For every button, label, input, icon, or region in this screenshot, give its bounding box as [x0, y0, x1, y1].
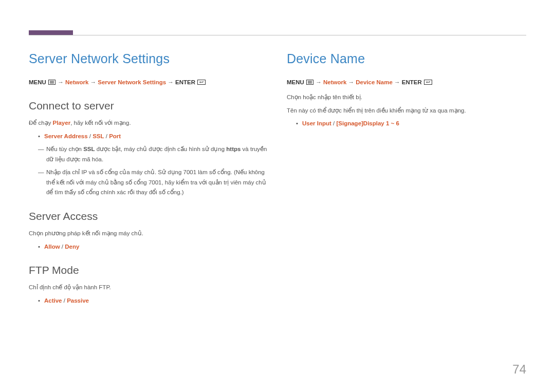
subheading-connect: Connect to server	[29, 100, 268, 112]
connect-options: Server Address / SSL / Port	[29, 132, 268, 142]
device-options: User Input / [Signage]Display 1 ~ 6	[287, 119, 526, 129]
menu-icon	[306, 78, 313, 87]
document-page: Server Network Settings MENU → Network →…	[0, 0, 555, 392]
device-line2: Tên này có thể được hiển thị trên điều k…	[287, 106, 526, 116]
left-column: Server Network Settings MENU → Network →…	[29, 51, 268, 309]
menu-icon	[48, 78, 55, 87]
enter-icon	[424, 78, 432, 87]
ftp-options: Active / Passive	[29, 296, 268, 306]
page-number: 74	[512, 362, 526, 377]
path-enter: ENTER	[402, 79, 422, 85]
top-rule	[29, 35, 526, 35]
subheading-access: Server Access	[29, 210, 268, 222]
connect-line1: Để chạy Player, hãy kết nối với mạng.	[29, 118, 268, 128]
path-enter: ENTER	[175, 79, 195, 85]
list-item: Allow / Deny	[38, 242, 268, 252]
subheading-ftp: FTP Mode	[29, 264, 268, 276]
list-item: Active / Passive	[38, 296, 268, 306]
content-columns: Server Network Settings MENU → Network →…	[29, 51, 526, 309]
section-title-device-name: Device Name	[287, 51, 526, 66]
list-item: Nhập địa chỉ IP và số cổng của máy chủ. …	[38, 167, 268, 198]
list-item: Nếu tùy chọn SSL được bật, máy chủ được …	[38, 144, 268, 164]
path-network: Network	[323, 79, 346, 85]
path-current: Server Network Settings	[98, 79, 166, 85]
menu-path-server: MENU → Network → Server Network Settings…	[29, 78, 268, 87]
list-item: User Input / [Signage]Display 1 ~ 6	[296, 119, 526, 129]
menu-path-device: MENU → Network → Device Name → ENTER	[287, 78, 526, 87]
path-menu: MENU	[287, 79, 304, 85]
access-line1: Chọn phương pháp kết nối mạng máy chủ.	[29, 229, 268, 239]
section-title-server-settings: Server Network Settings	[29, 51, 268, 66]
list-item: Server Address / SSL / Port	[38, 132, 268, 142]
chapter-marker	[29, 30, 73, 35]
device-line1: Chọn hoặc nhập tên thiết bị.	[287, 92, 526, 103]
path-network: Network	[65, 79, 88, 85]
right-column: Device Name MENU → Network → Device Name…	[287, 51, 526, 309]
connect-notes: Nếu tùy chọn SSL được bật, máy chủ được …	[29, 144, 268, 198]
ftp-line1: Chỉ định chế độ vận hành FTP.	[29, 283, 268, 293]
path-menu: MENU	[29, 79, 46, 85]
access-options: Allow / Deny	[29, 242, 268, 252]
path-current: Device Name	[356, 79, 393, 85]
enter-icon	[197, 78, 206, 87]
